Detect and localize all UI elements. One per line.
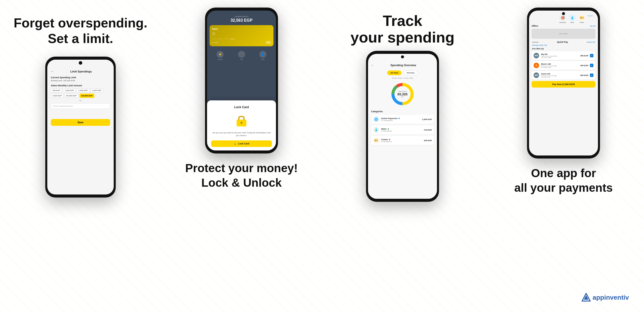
categories-label: Categories [371,110,434,113]
water-transactions: 9 Transactions [381,130,424,132]
spending-back-icon[interactable]: ← [371,63,374,67]
balance-label: Available Balance [210,16,273,17]
fawry-logo: fawry [212,28,271,30]
home-bill-phone: 02 2789 1782 [541,76,580,78]
custom-amount-input[interactable]: Enter Custom Amount [51,103,110,109]
tickets-service[interactable]: 🎫 Tickets [578,14,585,23]
balance-amount: 32,563 EGP [210,18,273,23]
phone-notch-3 [401,55,404,58]
my-bill-info: My bill Telecom & Internet Bills 015 179… [541,53,580,58]
my-bill-checkbox[interactable]: ✓ [590,54,593,57]
water-dot [388,128,389,130]
select-all-button[interactable]: Select All [587,41,595,43]
pay-button[interactable]: دفع [266,41,271,44]
online-payments-info: Online Payments 10 Transactions [381,117,422,121]
tab-all-time[interactable]: All Time [387,70,401,75]
chip-50000[interactable]: 50,000 EGP [65,94,78,98]
tickets-icon: 🎫 [373,137,379,143]
home-bill-info: Home bill Telecom & Internet Bills 02 27… [541,73,580,78]
moms-bill-name: Mom's bill [541,63,580,65]
section2-headline: Protect your money! Lock & Unlock [185,161,298,190]
chip-100000[interactable]: 100,000 EGP [79,94,94,98]
chip-5000[interactable]: 5,000 EGP [51,94,64,98]
my-bill-name: My bill [541,53,580,55]
chip-2000[interactable]: 2,000 EGP [77,88,90,93]
moms-bill-checkbox[interactable]: ✓ [590,64,593,67]
appinventiv-text: appinventiv [593,294,629,301]
water-service-icon: 💧 [569,14,576,21]
add-icon: ➕ [238,51,245,58]
select-amount-label: Select Monthly Limit Amount [51,84,110,87]
donut-chart: Total Spent 65,325 EGP [390,82,415,107]
lock-btn-icon: 🔒 [234,142,236,145]
offers-section: Offers See All Offers Banner [532,25,595,39]
section-limit-spendings: Forget overspending. Set a limit. ← Limi… [0,0,161,312]
add-action[interactable]: ➕ Add [238,51,245,60]
home-bill-amount: 500 EGP [580,74,588,76]
we-logo-2: WE [534,72,539,78]
water-info: Water 9 Transactions [381,128,424,132]
orange-logo: O [534,63,539,68]
donut-chart-container: Total Spent 65,325 EGP [371,82,434,107]
section3-headline: Track your spending [350,13,454,46]
spending-tabs: All Time Monthly [371,70,434,75]
invite-action[interactable]: 👤 Invite [259,51,266,60]
manage-quickpay-link[interactable]: Manage Quick Pay [532,44,595,46]
offers-placeholder: Offers Banner [532,29,595,39]
tickets-amount: 439 EGP [424,139,432,142]
pay-now-button[interactable]: Pay Now (1,056 EGP) [532,81,595,88]
water-amount: 719 EGP [424,129,432,131]
water-service-label: Water [570,22,574,23]
monthly-limit-text: Monthly limit: 100,000 EGP [51,80,110,82]
date-range: 30 Jan. 2019 - 12 Jul. 2021 [371,77,434,79]
amount-chips-container: 500 EGP 1,000 EGP 2,000 EGP 3,000 EGP 5,… [51,88,110,98]
section-quick-pay: 🎯 Syndicates 💧 Water 🎫 Tickets See All → [483,0,644,312]
cancel-button[interactable]: Cancel [532,41,538,43]
phone-screen-4: 🎯 Syndicates 💧 Water 🎫 Tickets See All → [529,11,598,155]
lock-modal-title: Lock Card [211,105,272,109]
or-divider: Or [51,99,110,102]
moms-bill-info: Mom's bill Telecom & Internet Bills 012 … [541,63,580,68]
online-payments-name: Online Payments [381,117,422,120]
quick-label: QuickA [218,59,223,60]
offers-see-all[interactable]: See All [590,25,595,27]
donut-label: Total Spent [397,91,408,92]
chip-1000[interactable]: 1,000 EGP [63,88,76,93]
quick-action[interactable]: ⚡ QuickA [217,51,224,60]
bill-home-bill: WE Home bill Telecom & Internet Bills 02… [532,71,595,80]
category-online-payments: 🌐 Online Payments 10 Transactions 1,000 … [371,115,434,124]
tickets-transactions: 8 Transactions [381,141,424,142]
phone-mockup-3: ← Spending Overview All Time Monthly 30 … [366,51,439,202]
water-icon: 💧 [373,127,379,133]
card-number: **** **** **** 7890 [212,38,271,40]
online-payments-amount: 1,000 EGP [422,118,432,121]
save-button[interactable]: Save [51,119,110,126]
donut-currency: EGP [397,96,408,98]
online-payments-dot [398,118,400,119]
due-bills-label: Due Bills (4) [532,48,595,50]
add-label: Add [240,59,243,60]
home-bill-name: Home bill [541,73,580,75]
chip-3000[interactable]: 3,000 EGP [91,88,103,93]
tickets-info: Tickets 8 Transactions [381,138,424,142]
invite-icon: 👤 [259,51,266,58]
section1-headline: Forget overspending. Set a limit. [14,15,147,47]
syndicates-service[interactable]: 🎯 Syndicates [559,14,566,23]
lock-card-button[interactable]: 🔒 Lock Card [211,140,272,147]
back-arrow-icon[interactable]: ← [51,70,54,73]
invite-label: Invite [261,59,264,60]
water-service[interactable]: 💧 Water [569,14,576,23]
chip-500[interactable]: 500 EGP [51,88,62,93]
phone-screen-1: ← Limit Spendings Current Spending Limit… [47,60,114,194]
tab-monthly[interactable]: Monthly [404,70,418,75]
we-logo: WE [534,53,539,58]
donut-center: Total Spent 65,325 EGP [397,91,408,98]
limit-screen-title: Limit Spendings [56,70,106,73]
bottom-icons: ⚡ QuickA ➕ Add 👤 Invite [210,49,273,62]
category-water: 💧 Water 9 Transactions 719 EGP [371,125,434,134]
online-payments-transactions: 10 Transactions [381,120,422,121]
home-bill-checkbox[interactable]: ✓ [590,73,593,77]
moms-bill-phone: 012 9820 1002 [541,67,580,68]
see-all-services-button[interactable]: See All → [588,15,594,17]
lock-icon-container [211,112,272,129]
